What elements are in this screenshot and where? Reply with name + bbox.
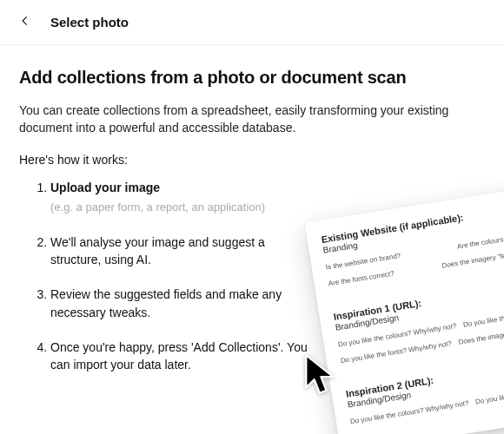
step-4: Once you're happy, press 'Add Collection… <box>50 339 315 374</box>
how-it-works-label: Here's how it works: <box>19 153 485 167</box>
doc-q: Does the imagery "feel" right? <box>441 247 504 269</box>
doc-q: Does the imagery "feel" right? <box>458 324 504 345</box>
doc-q: Do you like the fonts? Why/why not? <box>340 339 452 365</box>
step-2-title: We'll analyse your image and suggest a s… <box>50 235 265 266</box>
doc-section-3: Inspiration 2 (URL): Branding/Design Do … <box>345 357 504 426</box>
doc-q: Do you like the colours? Why/why not? <box>349 399 469 425</box>
intro-text: You can create collections from a spread… <box>19 102 471 137</box>
document-illustration: Existing Website (if applicable): Brandi… <box>305 187 504 434</box>
step-1-hint: (e.g. a paper form, a report, an applica… <box>50 200 309 216</box>
doc-q: Is the website on brand? <box>325 252 401 272</box>
step-2: We'll analyse your image and suggest a s… <box>50 233 315 269</box>
header-title: Select photo <box>50 15 129 30</box>
doc-q: Do you like the colours? Why/why not? <box>337 322 457 348</box>
main-content: Add collections from a photo or document… <box>0 45 504 374</box>
step-1-title: Upload your image <box>50 181 160 194</box>
doc-sub-3: Branding/Design <box>347 367 504 409</box>
doc-q: Are the fonts correct? <box>328 269 395 287</box>
step-3-title: Review the suggested fields and make any… <box>50 287 282 319</box>
header: Select photo <box>0 0 504 45</box>
chevron-left-icon <box>19 15 31 30</box>
doc-heading-1: Existing Website (if applicable): <box>321 202 504 245</box>
doc-heading-2: Inspiration 1 (URL): <box>333 279 504 322</box>
doc-q: Do you like the layout? Why/why not? <box>474 380 504 406</box>
back-button[interactable] <box>16 13 35 32</box>
step-3: Review the suggested fields and make any… <box>50 286 315 321</box>
doc-sub-2: Branding/Design <box>335 291 504 332</box>
page-title: Add collections from a photo or document… <box>19 68 485 88</box>
steps-list: Upload your image (e.g. a paper form, a … <box>19 179 315 374</box>
step-1: Upload your image (e.g. a paper form, a … <box>50 179 315 216</box>
doc-q: Do you like the layout? Why/why not? <box>462 303 504 329</box>
doc-q: Are the colours correct? <box>456 231 504 250</box>
document-card: Existing Website (if applicable): Brandi… <box>305 187 504 434</box>
doc-heading-3: Inspiration 2 (URL): <box>345 357 504 399</box>
doc-section-2: Inspiration 1 (URL): Branding/Design Do … <box>333 279 504 365</box>
doc-sub-1: Branding <box>322 214 504 255</box>
step-4-title: Once you're happy, press 'Add Collection… <box>50 340 308 372</box>
doc-section-1: Existing Website (if applicable): Brandi… <box>321 202 504 287</box>
